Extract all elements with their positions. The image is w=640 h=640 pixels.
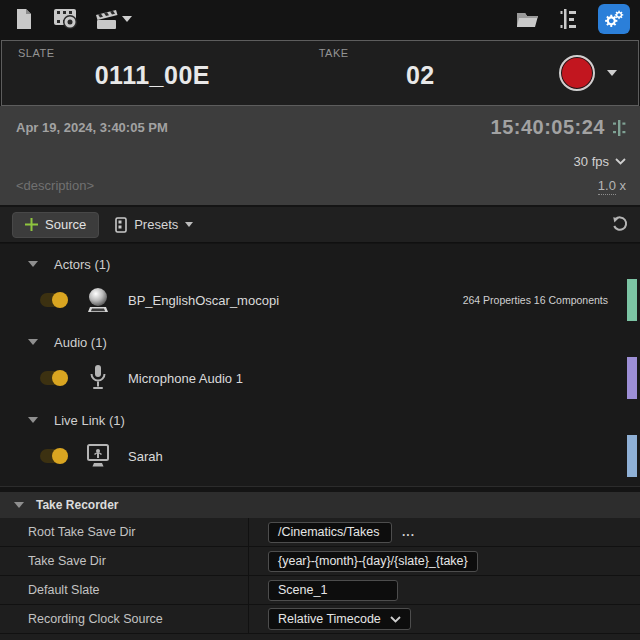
- group-audio[interactable]: Audio (1): [0, 328, 640, 356]
- expander-caret-icon[interactable]: [28, 417, 38, 423]
- source-row-audio[interactable]: Microphone Audio 1: [0, 356, 640, 400]
- slate-clapperboard-button[interactable]: [94, 5, 132, 33]
- take-recorder-section-header[interactable]: Take Recorder: [0, 492, 640, 518]
- session-timecode: 15:40:05:24: [491, 116, 605, 139]
- source-enabled-toggle[interactable]: [40, 293, 68, 307]
- group-audio-label: Audio (1): [54, 335, 107, 350]
- framerate-dropdown[interactable]: 30 fps: [574, 154, 626, 169]
- playback-speed: 1.0 x: [598, 178, 626, 193]
- setting-row-take-save-dir: Take Save Dir {year}-{month}-{day}/{slat…: [0, 547, 640, 576]
- source-name[interactable]: BP_EnglishOscar_mocopi: [128, 293, 279, 308]
- recording-clock-source-value: Relative Timecode: [278, 612, 381, 626]
- presets-label: Presets: [134, 217, 178, 232]
- setting-row-default-slate: Default Slate Scene_1: [0, 576, 640, 605]
- expander-caret-icon[interactable]: [28, 339, 38, 345]
- playback-speed-value[interactable]: 1.0: [598, 178, 616, 195]
- group-livelink-label: Live Link (1): [54, 413, 125, 428]
- group-livelink[interactable]: Live Link (1): [0, 406, 640, 434]
- timecode-icon: [612, 119, 626, 137]
- slate-take-panel: SLATE 0111_00E TAKE 02: [1, 40, 639, 106]
- chevron-down-icon: [615, 158, 626, 165]
- clapperboard-icon: [94, 7, 120, 31]
- source-toolbar: Source Presets: [0, 207, 640, 243]
- settings-gear-icon: [603, 8, 625, 30]
- source-enabled-toggle[interactable]: [40, 449, 68, 463]
- expander-caret-icon[interactable]: [14, 502, 24, 508]
- plus-icon: [25, 218, 38, 231]
- toolbar-right-group: [514, 4, 630, 34]
- description-input[interactable]: <description>: [16, 178, 94, 193]
- track-color-bar[interactable]: [627, 435, 637, 477]
- session-info-panel: Apr 19, 2024, 3:40:05 PM 15:40:05:24 30 …: [0, 106, 640, 205]
- microphone-icon: [84, 364, 112, 392]
- live-link-monitor-icon: [84, 443, 112, 469]
- sequence-icon: [560, 8, 580, 30]
- settings-button[interactable]: [598, 4, 630, 34]
- group-actors[interactable]: Actors (1): [0, 250, 640, 278]
- record-controls: [538, 41, 638, 105]
- slate-label: SLATE: [18, 47, 55, 59]
- toolbar-left-group: [10, 5, 132, 33]
- revert-changes-button[interactable]: [611, 216, 628, 233]
- source-enabled-toggle[interactable]: [40, 371, 68, 385]
- top-toolbar: [0, 0, 640, 38]
- review-recording-icon: [53, 7, 79, 31]
- add-source-label: Source: [45, 217, 86, 232]
- default-slate-input[interactable]: Scene_1: [268, 580, 398, 601]
- browse-folder-icon: [516, 9, 540, 29]
- sources-tree: Actors (1) BP_EnglishOscar_mocopi 264 Pr…: [0, 244, 640, 487]
- add-source-button[interactable]: Source: [12, 212, 99, 238]
- source-row-actor[interactable]: BP_EnglishOscar_mocopi 264 Properties 16…: [0, 278, 640, 322]
- source-row-livelink[interactable]: Sarah: [0, 434, 640, 478]
- root-take-save-dir-input[interactable]: /Cinematics/Takes: [268, 522, 392, 543]
- new-take-button[interactable]: [10, 5, 38, 33]
- source-meta: 264 Properties 16 Components: [463, 294, 608, 306]
- presets-caret-icon: [185, 222, 193, 227]
- take-save-dir-input[interactable]: {year}-{month}-{day}/{slate}_{take}: [268, 551, 478, 572]
- reset-icon: [611, 216, 628, 233]
- setting-label: Take Save Dir: [0, 554, 248, 568]
- track-color-bar[interactable]: [627, 357, 637, 399]
- browse-takes-button[interactable]: [514, 5, 542, 33]
- actor-sphere-icon: [84, 286, 112, 314]
- expander-caret-icon[interactable]: [28, 261, 38, 267]
- playback-speed-suffix: x: [620, 178, 627, 193]
- group-actors-label: Actors (1): [54, 257, 110, 272]
- take-value[interactable]: 02: [303, 61, 538, 90]
- setting-row-root-take-save-dir: Root Take Save Dir /Cinematics/Takes ...: [0, 518, 640, 547]
- setting-label: Root Take Save Dir: [0, 525, 248, 539]
- clapperboard-dropdown-caret[interactable]: [122, 16, 132, 22]
- presets-button[interactable]: Presets: [115, 217, 193, 233]
- track-color-bar[interactable]: [627, 279, 637, 321]
- record-button[interactable]: [559, 55, 595, 91]
- take-label: TAKE: [319, 47, 349, 59]
- setting-row-recording-clock-source: Recording Clock Source Relative Timecode: [0, 605, 640, 634]
- setting-label: Recording Clock Source: [0, 612, 248, 626]
- chevron-down-icon: [390, 616, 401, 623]
- session-datetime: Apr 19, 2024, 3:40:05 PM: [16, 120, 168, 135]
- take-field[interactable]: TAKE 02: [303, 41, 538, 105]
- take-recorder-title: Take Recorder: [36, 498, 118, 512]
- recording-clock-source-dropdown[interactable]: Relative Timecode: [268, 608, 411, 630]
- presets-icon: [115, 217, 127, 233]
- slate-value[interactable]: 0111_00E: [2, 61, 303, 90]
- source-name[interactable]: Microphone Audio 1: [128, 371, 243, 386]
- setting-label: Default Slate: [0, 583, 248, 597]
- sequence-button[interactable]: [556, 5, 584, 33]
- framerate-value: 30 fps: [574, 154, 609, 169]
- record-options-caret[interactable]: [607, 70, 617, 76]
- take-recorder-settings: Root Take Save Dir /Cinematics/Takes ...…: [0, 518, 640, 640]
- source-name[interactable]: Sarah: [128, 449, 163, 464]
- browse-path-button[interactable]: ...: [402, 525, 415, 539]
- new-take-icon: [14, 8, 34, 30]
- take-recorder-panel: SLATE 0111_00E TAKE 02 Apr 19, 2024, 3:4…: [0, 0, 640, 640]
- slate-field[interactable]: SLATE 0111_00E: [2, 41, 303, 105]
- review-recording-button[interactable]: [52, 5, 80, 33]
